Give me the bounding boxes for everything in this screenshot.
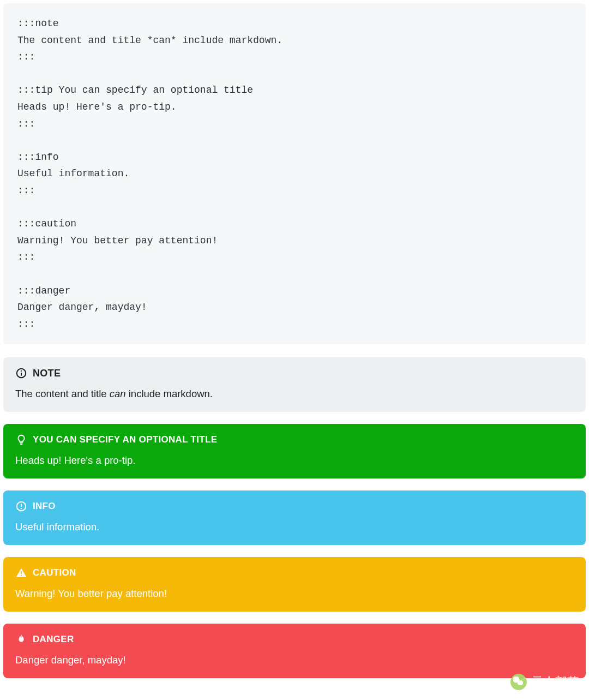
admonition-note-header: NOTE [15,367,574,379]
info-circle-icon [15,367,27,379]
admonition-caution-title: CAUTION [33,567,76,578]
admonition-danger: DANGER Danger danger, mayday! [3,624,586,678]
svg-point-2 [21,370,22,372]
admonition-tip-body: Heads up! Here's a pro-tip. [15,453,574,468]
flame-icon [15,633,27,645]
admonition-tip-title: YOU CAN SPECIFY AN OPTIONAL TITLE [33,434,217,445]
warning-triangle-icon [15,567,27,579]
admonition-note: NOTE The content and title can include m… [3,357,586,412]
note-body-post: include markdown. [126,388,213,399]
lightbulb-icon [15,434,27,446]
admonition-tip-header: YOU CAN SPECIFY AN OPTIONAL TITLE [15,434,574,446]
admonition-note-body: The content and title can include markdo… [15,387,574,401]
svg-point-7 [21,575,22,576]
note-body-pre: The content and title [15,388,110,399]
admonition-info-header: INFO [15,500,574,512]
admonition-caution-body: Warning! You better pay attention! [15,587,574,601]
admonition-danger-header: DANGER [15,633,574,645]
markdown-source-code: :::note The content and title *can* incl… [3,3,586,344]
admonition-info-body: Useful information. [15,520,574,534]
admonition-info-title: INFO [33,501,56,512]
admonition-caution-header: CAUTION [15,567,574,579]
admonition-caution: CAUTION Warning! You better pay attentio… [3,557,586,612]
alert-circle-icon [15,500,27,512]
admonition-tip: YOU CAN SPECIFY AN OPTIONAL TITLE Heads … [3,424,586,478]
admonition-info: INFO Useful information. [3,490,586,545]
note-body-em: can [110,388,126,399]
svg-point-5 [21,508,22,509]
admonition-note-title: NOTE [33,368,61,379]
admonition-danger-body: Danger danger, mayday! [15,653,574,667]
admonition-danger-title: DANGER [33,634,74,645]
